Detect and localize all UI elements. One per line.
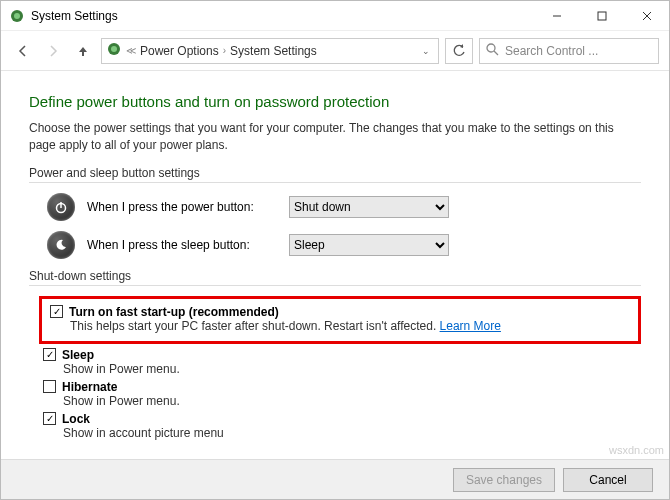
footer: Save changes Cancel: [1, 459, 669, 499]
search-icon: [486, 43, 499, 59]
fast-startup-checkbox[interactable]: ✓: [50, 305, 63, 318]
window-title: System Settings: [31, 9, 118, 23]
lock-checkbox[interactable]: ✓: [43, 412, 56, 425]
power-button-label: When I press the power button:: [87, 200, 277, 214]
cancel-button[interactable]: Cancel: [563, 468, 653, 492]
close-button[interactable]: [624, 1, 669, 31]
lock-option-sub: Show in account picture menu: [63, 426, 641, 440]
address-bar[interactable]: ≪ Power Options › System Settings ⌄: [101, 38, 439, 64]
page-description: Choose the power settings that you want …: [29, 120, 641, 154]
fast-startup-sub: This helps start your PC faster after sh…: [70, 319, 630, 333]
control-panel-icon: [106, 41, 122, 60]
sleep-option-label: Sleep: [62, 348, 94, 362]
svg-rect-3: [598, 12, 606, 20]
maximize-button[interactable]: [579, 1, 624, 31]
chevron-right-icon: ›: [223, 45, 226, 56]
power-button-row: When I press the power button: Shut down: [47, 193, 641, 221]
breadcrumb-power-options[interactable]: Power Options: [140, 44, 219, 58]
sleep-option-sub: Show in Power menu.: [63, 362, 641, 376]
back-button[interactable]: [11, 39, 35, 63]
breadcrumb-system-settings[interactable]: System Settings: [230, 44, 317, 58]
lock-option-label: Lock: [62, 412, 90, 426]
search-placeholder: Search Control ...: [505, 44, 598, 58]
address-dropdown-icon[interactable]: ⌄: [418, 46, 434, 56]
navbar: ≪ Power Options › System Settings ⌄ Sear…: [1, 31, 669, 71]
up-button[interactable]: [71, 39, 95, 63]
svg-point-1: [14, 13, 20, 19]
power-icon: [47, 193, 75, 221]
section-power-sleep-title: Power and sleep button settings: [29, 166, 641, 183]
minimize-button[interactable]: [534, 1, 579, 31]
forward-button[interactable]: [41, 39, 65, 63]
hibernate-option-sub: Show in Power menu.: [63, 394, 641, 408]
fast-startup-label: Turn on fast start-up (recommended): [69, 305, 279, 319]
sleep-icon: [47, 231, 75, 259]
titlebar: System Settings: [1, 1, 669, 31]
hibernate-checkbox[interactable]: [43, 380, 56, 393]
power-button-select[interactable]: Shut down: [289, 196, 449, 218]
fast-startup-highlight: ✓ Turn on fast start-up (recommended) Th…: [39, 296, 641, 344]
page-title: Define power buttons and turn on passwor…: [29, 93, 641, 110]
refresh-button[interactable]: [445, 38, 473, 64]
save-changes-button[interactable]: Save changes: [453, 468, 555, 492]
app-icon: [9, 8, 25, 24]
section-shutdown-title: Shut-down settings: [29, 269, 641, 286]
content-area: Define power buttons and turn on passwor…: [1, 71, 669, 459]
search-input[interactable]: Search Control ...: [479, 38, 659, 64]
sleep-button-row: When I press the sleep button: Sleep: [47, 231, 641, 259]
svg-line-9: [494, 51, 498, 55]
sleep-button-label: When I press the sleep button:: [87, 238, 277, 252]
svg-point-8: [487, 44, 495, 52]
svg-point-7: [111, 46, 117, 52]
hibernate-option-label: Hibernate: [62, 380, 117, 394]
breadcrumb-sep-icon: ≪: [126, 45, 136, 56]
sleep-checkbox[interactable]: ✓: [43, 348, 56, 361]
learn-more-link[interactable]: Learn More: [440, 319, 501, 333]
sleep-button-select[interactable]: Sleep: [289, 234, 449, 256]
